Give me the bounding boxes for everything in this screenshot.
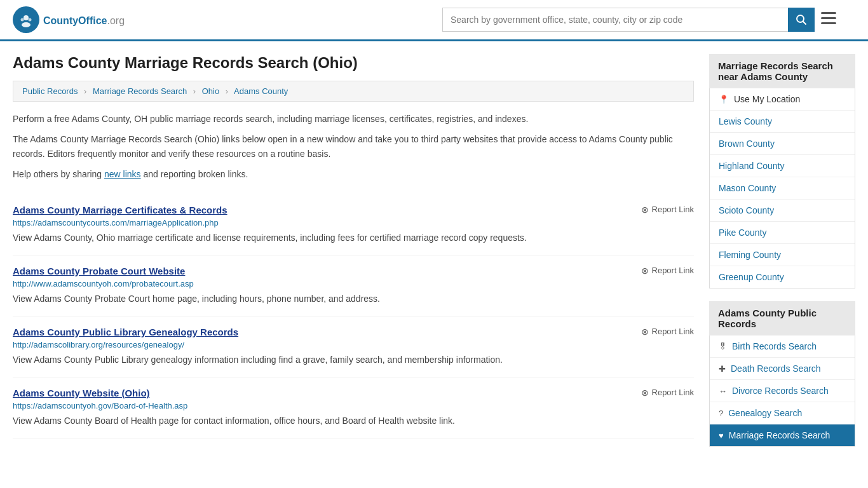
mason-county-link[interactable]: Mason County bbox=[719, 183, 776, 193]
genealogy-icon: ? bbox=[719, 409, 723, 418]
search-input[interactable] bbox=[442, 8, 788, 32]
highland-county-link[interactable]: Highland County bbox=[719, 161, 785, 171]
breadcrumb-ohio[interactable]: Ohio bbox=[202, 86, 219, 96]
fleming-county-link[interactable]: Fleming County bbox=[719, 250, 781, 260]
search-button[interactable] bbox=[788, 8, 815, 32]
sidebar-item-highland-county[interactable]: Highland County bbox=[710, 155, 855, 177]
report-icon: ⊗ bbox=[641, 266, 649, 276]
main-container: Adams County Marriage Records Search (Oh… bbox=[0, 41, 868, 472]
sidebar-public-records-content: 🎖 Birth Records Search ✚ Death Records S… bbox=[709, 336, 855, 447]
marriage-records-link[interactable]: Marriage Records Search bbox=[729, 430, 831, 440]
report-link[interactable]: ⊗ Report Link bbox=[641, 327, 694, 337]
sidebar-item-fleming-county[interactable]: Fleming County bbox=[710, 244, 855, 266]
sidebar-item-divorce-records[interactable]: ↔ Divorce Records Search bbox=[710, 380, 855, 402]
svg-point-1 bbox=[24, 15, 29, 20]
breadcrumb-sep-3: › bbox=[226, 86, 228, 96]
sidebar-item-death-records[interactable]: ✚ Death Records Search bbox=[710, 358, 855, 380]
report-link[interactable]: ⊗ Report Link bbox=[641, 388, 694, 398]
result-url: https://adamscountyoh.gov/Board-of-Healt… bbox=[13, 401, 694, 410]
death-icon: ✚ bbox=[719, 364, 726, 374]
result-header: Adams County Marriage Certificates & Rec… bbox=[13, 205, 694, 215]
sidebar-item-birth-records[interactable]: 🎖 Birth Records Search bbox=[710, 336, 855, 358]
breadcrumb-sep-1: › bbox=[84, 86, 86, 96]
result-desc: View Adams County, Ohio marriage certifi… bbox=[13, 231, 694, 245]
sidebar-item-use-location[interactable]: 📍 Use My Location bbox=[710, 88, 855, 111]
result-header: Adams County Website (Ohio) ⊗ Report Lin… bbox=[13, 388, 694, 398]
divorce-icon: ↔ bbox=[719, 386, 727, 396]
report-icon: ⊗ bbox=[641, 388, 649, 398]
report-icon: ⊗ bbox=[641, 327, 649, 337]
sidebar-item-marriage-records[interactable]: ♥ Marriage Records Search bbox=[710, 424, 855, 446]
sidebar-item-brown-county[interactable]: Brown County bbox=[710, 133, 855, 155]
menu-button[interactable] bbox=[821, 12, 836, 27]
sidebar-item-pike-county[interactable]: Pike County bbox=[710, 222, 855, 244]
sidebar-item-genealogy[interactable]: ? Genealogy Search bbox=[710, 402, 855, 424]
sidebar-nearby-section: Marriage Records Search near Adams Count… bbox=[709, 54, 855, 288]
svg-rect-9 bbox=[821, 22, 836, 24]
birth-icon: 🎖 bbox=[719, 342, 727, 351]
logo-icon bbox=[13, 6, 39, 33]
page-title: Adams County Marriage Records Search (Oh… bbox=[13, 54, 694, 72]
result-url: http://www.adamscountyoh.com/probatecour… bbox=[13, 279, 694, 288]
result-title[interactable]: Adams County Probate Court Website bbox=[13, 266, 185, 276]
result-header: Adams County Probate Court Website ⊗ Rep… bbox=[13, 266, 694, 276]
svg-point-3 bbox=[21, 18, 24, 22]
result-title[interactable]: Adams County Marriage Certificates & Rec… bbox=[13, 205, 227, 215]
result-item: Adams County Marriage Certificates & Rec… bbox=[13, 194, 694, 255]
result-title[interactable]: Adams County Public Library Genealogy Re… bbox=[13, 327, 238, 337]
search-icon bbox=[796, 14, 807, 25]
report-icon: ⊗ bbox=[641, 205, 649, 215]
sidebar-item-scioto-county[interactable]: Scioto County bbox=[710, 200, 855, 222]
result-item: Adams County Website (Ohio) ⊗ Report Lin… bbox=[13, 377, 694, 438]
search-area bbox=[442, 8, 836, 32]
logo-text: CountyOffice.org bbox=[43, 13, 125, 27]
svg-point-4 bbox=[29, 18, 32, 22]
result-item: Adams County Probate Court Website ⊗ Rep… bbox=[13, 255, 694, 316]
lewis-county-link[interactable]: Lewis County bbox=[719, 116, 772, 126]
sidebar-public-records-title: Adams County Public Records bbox=[709, 301, 855, 336]
sidebar-item-mason-county[interactable]: Mason County bbox=[710, 177, 855, 200]
location-pin-icon: 📍 bbox=[719, 95, 729, 104]
report-link[interactable]: ⊗ Report Link bbox=[641, 205, 694, 215]
results-list: Adams County Marriage Certificates & Rec… bbox=[13, 194, 694, 438]
sidebar: Marriage Records Search near Adams Count… bbox=[709, 54, 855, 459]
genealogy-link[interactable]: Genealogy Search bbox=[728, 408, 802, 418]
breadcrumb-marriage-records[interactable]: Marriage Records Search bbox=[93, 86, 187, 96]
hamburger-icon bbox=[821, 12, 836, 25]
divorce-records-link[interactable]: Divorce Records Search bbox=[732, 386, 829, 396]
logo-area: CountyOffice.org bbox=[13, 6, 125, 33]
death-records-link[interactable]: Death Records Search bbox=[731, 363, 821, 374]
result-url: https://adamscountycourts.com/marriageAp… bbox=[13, 218, 694, 227]
sidebar-nearby-content: 📍 Use My Location Lewis County Brown Cou… bbox=[709, 88, 855, 288]
sidebar-public-records-section: Adams County Public Records 🎖 Birth Reco… bbox=[709, 301, 855, 447]
svg-rect-8 bbox=[821, 17, 836, 19]
report-link[interactable]: ⊗ Report Link bbox=[641, 266, 694, 276]
sidebar-nearby-title: Marriage Records Search near Adams Count… bbox=[709, 54, 855, 88]
svg-line-6 bbox=[803, 22, 806, 25]
description-3: Help others by sharing new links and rep… bbox=[13, 167, 694, 181]
result-desc: View Adams County Public Library genealo… bbox=[13, 353, 694, 367]
new-links-link[interactable]: new links bbox=[104, 169, 141, 179]
scioto-county-link[interactable]: Scioto County bbox=[719, 205, 774, 215]
breadcrumb-adams-county[interactable]: Adams County bbox=[234, 86, 288, 96]
pike-county-link[interactable]: Pike County bbox=[719, 227, 766, 238]
result-desc: View Adams County Board of Health page f… bbox=[13, 414, 694, 428]
description-2: The Adams County Marriage Records Search… bbox=[13, 132, 694, 161]
greenup-county-link[interactable]: Greenup County bbox=[719, 272, 784, 282]
brown-county-link[interactable]: Brown County bbox=[719, 139, 775, 149]
result-header: Adams County Public Library Genealogy Re… bbox=[13, 327, 694, 337]
description-1: Perform a free Adams County, OH public m… bbox=[13, 112, 694, 126]
header: CountyOffice.org bbox=[0, 0, 868, 41]
svg-rect-7 bbox=[821, 12, 836, 14]
breadcrumb-public-records[interactable]: Public Records bbox=[22, 86, 78, 96]
sidebar-item-lewis-county[interactable]: Lewis County bbox=[710, 111, 855, 133]
content: Adams County Marriage Records Search (Oh… bbox=[13, 54, 694, 459]
breadcrumb-sep-2: › bbox=[193, 86, 196, 96]
breadcrumb: Public Records › Marriage Records Search… bbox=[13, 81, 694, 102]
result-item: Adams County Public Library Genealogy Re… bbox=[13, 316, 694, 377]
birth-records-link[interactable]: Birth Records Search bbox=[732, 341, 817, 351]
result-title[interactable]: Adams County Website (Ohio) bbox=[13, 388, 150, 398]
sidebar-item-greenup-county[interactable]: Greenup County bbox=[710, 266, 855, 288]
marriage-icon: ♥ bbox=[719, 431, 724, 440]
result-desc: View Adams County Probate Court home pag… bbox=[13, 292, 694, 306]
